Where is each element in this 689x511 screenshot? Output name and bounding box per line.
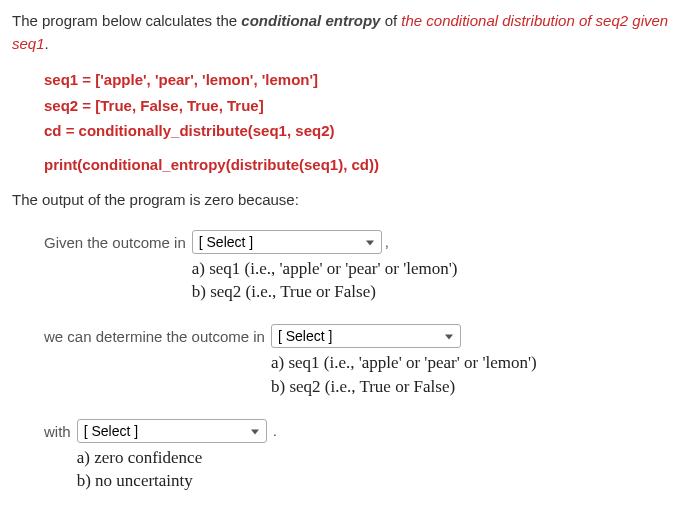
row1-select-wrap: [ Select ] [192,230,382,254]
code-line-1: seq1 = ['apple', 'pear', 'lemon', 'lemon… [44,67,677,93]
code-line-3: cd = conditionally_distribute(seq1, seq2… [44,118,677,144]
intro-text-3: . [45,35,49,52]
answer-row-2: we can determine the outcome in [ Select… [44,324,677,399]
row1-options: a) seq1 (i.e., 'apple' or 'pear' or 'lem… [192,257,458,305]
row3-select[interactable]: [ Select ] [77,419,267,443]
row3-option-b: b) no uncertainty [77,469,277,493]
answer-row-1: Given the outcome in [ Select ] , a) seq… [44,230,677,305]
row3-trail: . [273,420,277,439]
row2-label: we can determine the outcome in [44,324,265,349]
row2-options: a) seq1 (i.e., 'apple' or 'pear' or 'lem… [271,351,537,399]
row2-select[interactable]: [ Select ] [271,324,461,348]
answer-row-3: with [ Select ] . a) zero confidence b) … [44,419,677,494]
code-block: seq1 = ['apple', 'pear', 'lemon', 'lemon… [44,67,677,177]
row2-option-b: b) seq2 (i.e., True or False) [271,375,537,399]
row1-option-a: a) seq1 (i.e., 'apple' or 'pear' or 'lem… [192,257,458,281]
row3-select-wrap: [ Select ] [77,419,267,443]
row2-option-a: a) seq1 (i.e., 'apple' or 'pear' or 'lem… [271,351,537,375]
row3-option-a: a) zero confidence [77,446,277,470]
row1-select[interactable]: [ Select ] [192,230,382,254]
row2-select-wrap: [ Select ] [271,324,461,348]
row1-label: Given the outcome in [44,230,186,255]
question-text: The output of the program is zero becaus… [12,189,677,212]
intro-text-1: The program below calculates the [12,12,241,29]
intro-paragraph: The program below calculates the conditi… [12,10,677,55]
code-line-2: seq2 = [True, False, True, True] [44,93,677,119]
row1-option-b: b) seq2 (i.e., True or False) [192,280,458,304]
code-line-4: print(conditional_entropy(distribute(seq… [44,152,677,178]
row3-label: with [44,419,71,444]
row1-trail: , [385,231,389,250]
intro-emphasis: conditional entropy [241,12,380,29]
intro-text-2: of [380,12,401,29]
row3-options: a) zero confidence b) no uncertainty [77,446,277,494]
